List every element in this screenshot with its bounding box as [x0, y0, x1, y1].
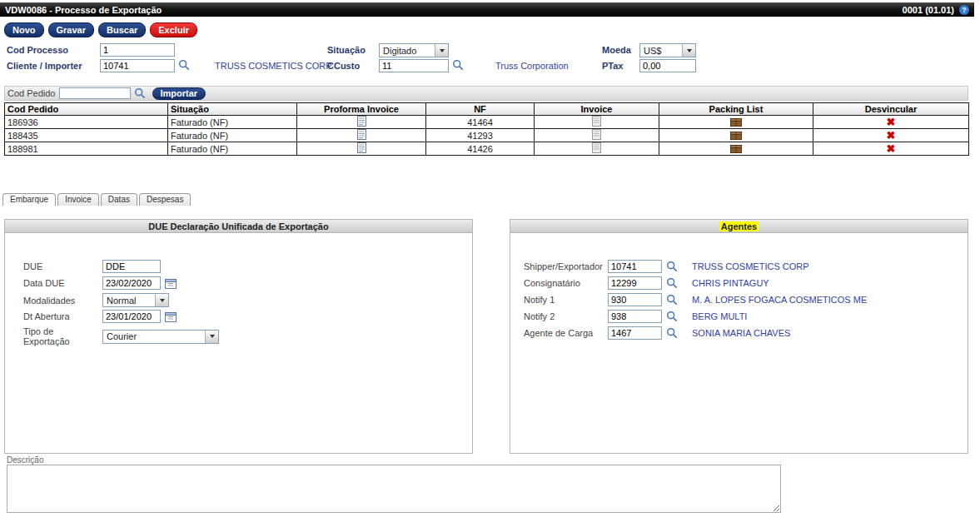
cliente-input[interactable]: [100, 59, 175, 72]
importar-button[interactable]: Importar: [152, 87, 206, 100]
cell-desvincular[interactable]: ✖: [813, 129, 969, 142]
tab-invoice[interactable]: Invoice: [57, 193, 99, 206]
consignatario-input[interactable]: [608, 276, 662, 290]
cell-cod-pedido: 186936: [5, 116, 168, 129]
tipo-exportacao-label: Tipo de Exportação: [23, 326, 98, 346]
cell-packing[interactable]: [659, 129, 813, 142]
tipo-exportacao-select[interactable]: Courier: [102, 330, 219, 344]
proforma-invoice-icon[interactable]: [357, 129, 366, 140]
cell-invoice[interactable]: [535, 116, 659, 129]
search-icon[interactable]: [178, 59, 190, 71]
shipper-label: Shipper/Exportador: [524, 261, 604, 271]
shipper-input[interactable]: [608, 260, 662, 273]
cell-proforma[interactable]: [297, 129, 426, 142]
tipo-exportacao-selected: Courier: [103, 331, 205, 341]
cell-invoice[interactable]: [535, 142, 659, 156]
col-cod-pedido: Cod Pedido: [5, 103, 168, 116]
tab-despesas[interactable]: Despesas: [139, 193, 191, 206]
packing-list-icon[interactable]: [730, 130, 742, 140]
cell-invoice[interactable]: [535, 129, 659, 142]
col-nf: NF: [426, 103, 535, 116]
table-header-row: Cod Pedido Situação Proforma Invoice NF …: [5, 103, 969, 116]
cod-pedido-input[interactable]: [59, 87, 131, 99]
cod-processo-input[interactable]: [100, 43, 175, 57]
proforma-invoice-icon[interactable]: [357, 142, 366, 153]
tab-datas[interactable]: Datas: [101, 193, 137, 206]
packing-list-icon[interactable]: [730, 143, 742, 153]
due-label: DUE: [23, 261, 98, 271]
dt-abertura-input[interactable]: [102, 310, 161, 323]
cell-desvincular[interactable]: ✖: [813, 142, 969, 156]
cell-situacao: Faturado (NF): [168, 142, 297, 156]
agentes-panel: Agentes Shipper/Exportador TRUSS COSMETI…: [510, 219, 968, 454]
ccusto-name: Truss Corporation: [495, 61, 569, 71]
col-desvincular: Desvincular: [813, 103, 969, 116]
dt-abertura-label: Dt Abertura: [23, 311, 98, 321]
packing-list-icon[interactable]: [730, 117, 742, 127]
notify1-input[interactable]: [608, 293, 662, 306]
chevron-down-icon: [682, 44, 695, 57]
invoice-icon[interactable]: [592, 142, 601, 153]
search-icon[interactable]: [666, 277, 678, 289]
search-icon[interactable]: [666, 261, 678, 272]
cell-proforma[interactable]: [297, 116, 426, 129]
ptax-input[interactable]: [639, 59, 696, 72]
ccusto-input[interactable]: [379, 59, 449, 72]
unlink-icon[interactable]: ✖: [887, 142, 896, 155]
pedidos-table: Cod Pedido Situação Proforma Invoice NF …: [4, 102, 969, 156]
due-input[interactable]: [102, 260, 161, 273]
cod-processo-label: Cod Processo: [7, 45, 68, 55]
agente-carga-input[interactable]: [608, 326, 662, 340]
cell-desvincular[interactable]: ✖: [813, 116, 969, 129]
search-icon[interactable]: [452, 59, 464, 71]
moeda-label: Moeda: [602, 45, 631, 55]
cell-packing[interactable]: [659, 142, 813, 156]
cell-nf: 41426: [426, 142, 535, 156]
notify2-input[interactable]: [608, 310, 662, 323]
search-icon[interactable]: [666, 294, 678, 306]
excluir-button[interactable]: Excluir: [150, 22, 197, 37]
chevron-down-icon: [205, 331, 218, 343]
cod-pedido-bar: Cod Pedido Importar: [4, 86, 968, 101]
descricao-textarea[interactable]: [7, 465, 781, 513]
agentes-panel-header: Agentes: [510, 220, 968, 233]
unlink-icon[interactable]: ✖: [887, 116, 896, 128]
notify1-label: Notify 1: [524, 295, 604, 305]
gravar-button[interactable]: Gravar: [48, 22, 94, 37]
moeda-select[interactable]: US$: [639, 43, 696, 57]
novo-button[interactable]: Novo: [4, 22, 44, 37]
consignatario-label: Consignatário: [524, 278, 604, 288]
search-icon[interactable]: [666, 311, 678, 322]
invoice-icon[interactable]: [592, 116, 601, 127]
cell-packing[interactable]: [659, 116, 813, 129]
col-invoice: Invoice: [535, 103, 659, 116]
notify1-name: M. A. LOPES FOGACA COSMETICOS ME: [692, 295, 867, 305]
col-packing-list: Packing List: [659, 103, 813, 116]
buscar-button[interactable]: Buscar: [98, 22, 146, 37]
situacao-selected: Digitado: [380, 46, 435, 56]
data-due-input[interactable]: [102, 276, 161, 290]
cliente-label: Cliente / Importer: [7, 61, 82, 71]
tab-embarque[interactable]: Embarque: [2, 193, 56, 206]
search-icon[interactable]: [666, 327, 678, 339]
calendar-icon[interactable]: [165, 311, 177, 322]
unlink-icon[interactable]: ✖: [887, 129, 896, 142]
chevron-down-icon: [155, 294, 168, 306]
ptax-label: PTax: [602, 61, 623, 71]
cell-cod-pedido: 188981: [5, 142, 168, 156]
calendar-icon[interactable]: [165, 278, 177, 289]
col-proforma: Proforma Invoice: [297, 103, 426, 116]
table-row: 188435 Faturado (NF) 41293 ✖: [5, 129, 969, 142]
cod-pedido-label: Cod Pedido: [7, 88, 56, 98]
invoice-icon[interactable]: [592, 129, 601, 140]
cell-proforma[interactable]: [297, 142, 426, 156]
modalidades-select[interactable]: Normal: [102, 293, 169, 307]
due-panel-title: DUE Declaração Unificada de Exportação: [5, 220, 472, 233]
col-situacao: Situação: [168, 103, 297, 116]
help-icon[interactable]: ?: [959, 5, 969, 15]
cell-cod-pedido: 188435: [5, 129, 168, 142]
search-icon[interactable]: [134, 87, 146, 99]
situacao-select[interactable]: Digitado: [379, 43, 449, 57]
shipper-name: TRUSS COSMETICS CORP: [692, 261, 809, 271]
proforma-invoice-icon[interactable]: [357, 116, 366, 127]
